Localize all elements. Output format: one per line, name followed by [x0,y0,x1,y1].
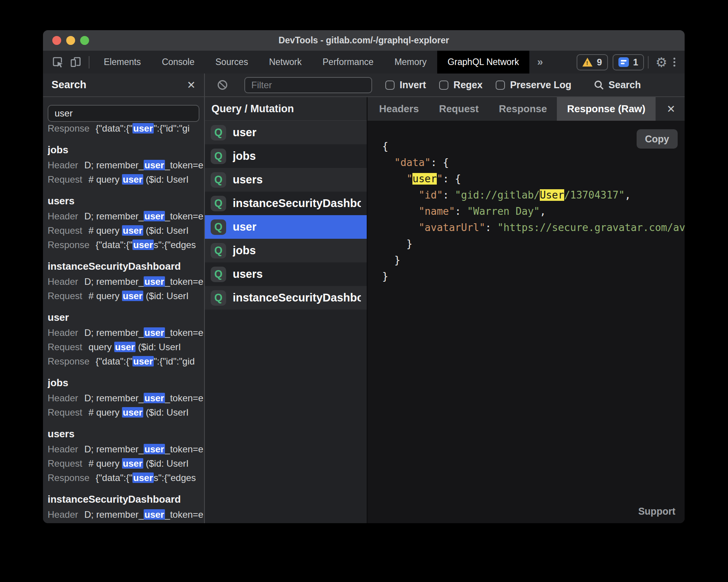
regex-checkbox[interactable]: Regex [439,79,482,91]
search-result-line[interactable]: Request# query user ($id: UserI [48,522,204,523]
search-match-highlight: user [144,160,165,170]
search-result-line[interactable]: Response{"data":{"user":{"id":"gi [48,122,204,135]
query-row-users[interactable]: Qusers [205,262,367,286]
query-type-badge: Q [211,267,226,282]
minimize-window-button[interactable] [66,36,75,45]
search-result-line[interactable]: HeaderD; remember_user_token=e [48,158,204,172]
filter-input[interactable] [244,77,372,93]
result-line-text: {"data":{"users":{"edges [96,240,196,250]
search-match-highlight: user [122,458,143,469]
json-line: } [382,268,685,284]
network-filter-bar: Invert Regex Preserve Log Searc [205,74,685,97]
result-group-title: users [48,428,204,440]
close-window-button[interactable] [52,36,61,45]
issues-warning-badge[interactable]: 9 [577,54,608,70]
search-result-line[interactable]: Request# query user ($id: UserI [48,456,204,471]
search-result-line[interactable]: Response{"data":{"users":{"edges [48,471,204,485]
search-result-line[interactable]: Request# query user ($id: UserI [48,223,204,238]
json-line: "user": { [382,171,685,187]
support-link[interactable]: Support [638,506,675,517]
devtools-window: DevTools - gitlab.com/-/graphql-explorer… [43,30,685,523]
search-result-line[interactable]: HeaderD; remember_user_token=e [48,507,204,522]
search-result-line[interactable]: Request# query user ($id: UserI [48,172,204,187]
close-search-panel-icon[interactable]: ✕ [187,79,196,91]
search-result-line[interactable]: HeaderD; remember_user_token=e [48,391,204,405]
search-result-group: userHeaderD; remember_user_token=eReques… [48,312,204,368]
detail-tab-headers[interactable]: Headers [369,97,429,121]
search-result-line[interactable]: HeaderD; remember_user_token=e [48,209,204,223]
block-clear-icon[interactable] [213,77,231,94]
search-result-line[interactable]: Response{"data":{"users":{"edges [48,238,204,252]
result-group-title: users [48,195,204,207]
query-row-user[interactable]: Quser [205,121,367,144]
search-input[interactable] [48,105,199,122]
result-line-label: Header [48,444,78,454]
search-match-highlight: user [144,509,165,520]
checkbox-icon [385,80,395,90]
query-row-users[interactable]: Qusers [205,168,367,192]
messages-badge[interactable]: 1 [613,54,644,70]
close-detail-icon[interactable]: ✕ [657,97,685,121]
copy-button[interactable]: Copy [637,129,678,149]
warning-icon [582,58,592,67]
search-match-highlight: user [144,444,165,454]
search-result-line[interactable]: HeaderD; remember_user_token=e [48,274,204,289]
search-toggle[interactable]: Search [593,79,641,91]
tab-sources[interactable]: Sources [205,51,258,74]
query-type-badge: Q [211,219,226,235]
inspect-element-icon[interactable] [49,54,67,71]
devtools-toolbar: ElementsConsoleSourcesNetworkPerformance… [43,51,685,74]
tab-memory[interactable]: Memory [384,51,437,74]
search-match-highlight: user [144,276,165,287]
detail-panel: HeadersRequestResponseResponse (Raw) ✕ C… [367,97,685,523]
search-panel: Search ✕ Response{"data":{"user":{"id":"… [43,74,205,523]
settings-gear-icon[interactable]: ⚙ [652,54,670,71]
result-line-label: Request [48,225,82,236]
search-result-group: usersHeaderD; remember_user_token=eReque… [48,195,204,252]
query-list: QuserQjobsQusersQinstanceSecurityDashboa… [205,121,367,310]
search-result-line[interactable]: Request# query user ($id: UserI [48,289,204,303]
search-result-line[interactable]: Response{"data":{"user":{"id":"gid [48,354,204,368]
query-row-jobs[interactable]: Qjobs [205,239,367,262]
device-toolbar-icon[interactable] [67,54,85,71]
tab-network[interactable]: Network [259,51,312,74]
search-result-line[interactable]: HeaderD; remember_user_token=e [48,442,204,456]
detail-tab-request[interactable]: Request [429,97,489,121]
result-line-text: D; remember_user_token=e [84,160,204,170]
menu-dots-icon[interactable] [670,58,678,67]
detail-tab-response-raw[interactable]: Response (Raw) [557,97,655,121]
query-row-instancesecuritydashboard[interactable]: QinstanceSecurityDashboard [205,286,367,310]
query-type-badge: Q [211,172,226,188]
query-row-label: users [233,268,263,281]
detail-tab-response[interactable]: Response [489,97,557,121]
json-line: "avatarUrl": "https://secure.gravatar.co… [382,219,685,236]
result-line-label: Response [48,472,89,483]
query-row-label: instanceSecurityDashboard [233,291,361,304]
tab-elements[interactable]: Elements [93,51,151,74]
preserve-log-checkbox[interactable]: Preserve Log [496,79,571,91]
query-row-jobs[interactable]: Qjobs [205,144,367,168]
invert-checkbox[interactable]: Invert [385,79,426,91]
result-line-label: Header [48,327,78,338]
network-columns: Query / Mutation QuserQjobsQusersQinstan… [205,97,685,523]
search-match-highlight: user [144,211,165,221]
query-row-user[interactable]: Quser [205,215,367,239]
result-line-text: D; remember_user_token=e [84,211,204,221]
graphql-network-main: Invert Regex Preserve Log Searc [205,74,685,523]
result-line-label: Request [48,407,82,418]
zoom-window-button[interactable] [80,36,89,45]
traffic-lights [52,30,89,51]
query-type-badge: Q [211,290,226,306]
result-line-text: query user ($id: UserI [88,342,181,352]
search-result-line[interactable]: Request# query user ($id: UserI [48,405,204,419]
search-result-line[interactable]: Requestquery user ($id: UserI [48,340,204,354]
tab-performance[interactable]: Performance [312,51,384,74]
search-match-highlight: user [114,342,136,352]
query-row-instancesecuritydashboard[interactable]: QinstanceSecurityDashboard [205,192,367,215]
search-panel-header: Search ✕ [43,74,204,97]
tab-console[interactable]: Console [151,51,205,74]
result-line-label: Header [48,211,78,221]
search-result-line[interactable]: HeaderD; remember_user_token=e [48,325,204,340]
more-tabs-icon[interactable]: » [529,56,551,68]
tab-graphql-network[interactable]: GraphQL Network [437,51,530,74]
